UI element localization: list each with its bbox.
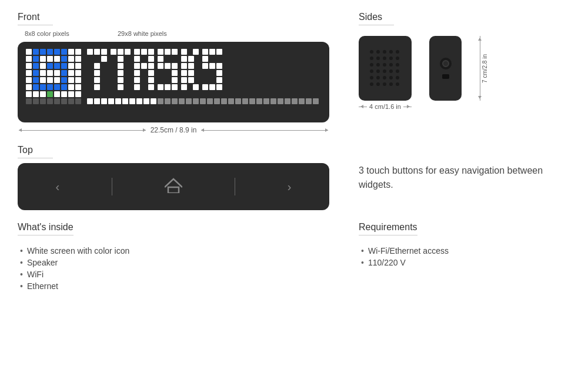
- svg-rect-161: [306, 98, 312, 104]
- svg-rect-61: [61, 98, 67, 104]
- device-front: [18, 42, 329, 122]
- svg-rect-105: [172, 84, 178, 90]
- svg-rect-90: [134, 77, 140, 83]
- sides-section: Sides: [347, 12, 570, 134]
- svg-rect-60: [54, 98, 60, 104]
- svg-rect-95: [165, 49, 171, 55]
- svg-rect-97: [158, 56, 163, 62]
- svg-rect-54: [68, 91, 74, 97]
- inside-item-3: WiFi: [18, 268, 347, 280]
- sides-title: Sides: [359, 12, 394, 25]
- svg-rect-113: [188, 70, 194, 76]
- svg-rect-142: [172, 98, 178, 104]
- svg-rect-128: [209, 84, 215, 90]
- svg-rect-132: [101, 98, 107, 104]
- sides-devices: 4 cm/1.6 in: [359, 36, 570, 110]
- svg-rect-57: [33, 98, 39, 104]
- white-pixels-label: 29x8 white pixels: [118, 30, 167, 37]
- width-label: 22.5cm / 8.9 in: [146, 126, 202, 134]
- svg-rect-141: [165, 98, 171, 104]
- svg-rect-1: [33, 49, 39, 55]
- svg-rect-84: [148, 56, 154, 62]
- svg-rect-136: [129, 98, 135, 104]
- svg-rect-114: [181, 77, 187, 83]
- svg-rect-122: [202, 63, 208, 69]
- svg-rect-65: [94, 49, 100, 55]
- svg-rect-83: [134, 56, 140, 62]
- svg-rect-3: [47, 49, 53, 55]
- color-pixels-label: 8x8 color pixels: [25, 30, 69, 37]
- svg-rect-102: [172, 77, 178, 83]
- svg-rect-46: [68, 84, 74, 90]
- svg-rect-146: [200, 98, 206, 104]
- svg-rect-75: [118, 56, 123, 62]
- svg-rect-49: [33, 91, 39, 97]
- svg-rect-74: [125, 49, 131, 55]
- svg-rect-62: [68, 98, 74, 104]
- svg-rect-82: [148, 49, 154, 55]
- svg-rect-76: [118, 63, 123, 69]
- svg-rect-38: [68, 77, 74, 83]
- svg-rect-13: [61, 56, 67, 62]
- svg-rect-47: [75, 84, 81, 90]
- svg-rect-129: [216, 84, 222, 90]
- svg-rect-39: [75, 77, 81, 83]
- svg-rect-150: [228, 98, 234, 104]
- inside-list: White screen with color icon Speaker WiF…: [18, 245, 347, 292]
- svg-rect-64: [87, 49, 93, 55]
- svg-rect-125: [216, 70, 222, 76]
- svg-rect-104: [165, 84, 171, 90]
- device-top: ‹ ›: [18, 163, 329, 210]
- svg-rect-137: [136, 98, 142, 104]
- svg-rect-50: [40, 91, 46, 97]
- svg-rect-8: [26, 56, 32, 62]
- usb-port-icon: [442, 74, 449, 79]
- width-dimension: 22.5cm / 8.9 in: [18, 126, 329, 134]
- svg-rect-154: [256, 98, 262, 104]
- touch-description-text: 3 touch buttons for easy navigation betw…: [359, 164, 570, 192]
- svg-rect-124: [216, 63, 222, 69]
- svg-rect-26: [40, 70, 46, 76]
- svg-rect-34: [40, 77, 46, 83]
- svg-rect-100: [172, 63, 178, 69]
- svg-rect-67: [101, 56, 107, 62]
- svg-rect-24: [26, 70, 32, 76]
- svg-rect-91: [148, 77, 154, 83]
- left-chevron-icon: ‹: [55, 180, 59, 194]
- svg-rect-51: [47, 91, 53, 97]
- svg-rect-43: [47, 84, 53, 90]
- svg-rect-98: [158, 63, 163, 69]
- svg-rect-110: [181, 63, 187, 69]
- front-title: Front: [18, 12, 53, 25]
- sides-height-label: 7 cm/2.8 in: [482, 54, 488, 83]
- height-arrow: 7 cm/2.8 in: [480, 36, 488, 101]
- svg-rect-2: [40, 49, 46, 55]
- svg-rect-0: [26, 49, 32, 55]
- svg-rect-4: [54, 49, 60, 55]
- svg-rect-25: [33, 70, 39, 76]
- svg-rect-139: [151, 98, 156, 104]
- svg-rect-69: [94, 70, 100, 76]
- svg-rect-93: [148, 84, 154, 90]
- svg-rect-5: [61, 49, 67, 55]
- svg-rect-55: [75, 91, 81, 97]
- svg-rect-101: [172, 70, 178, 76]
- svg-rect-11: [47, 56, 53, 62]
- inside-title: What's inside: [18, 222, 74, 235]
- svg-rect-119: [209, 49, 215, 55]
- svg-rect-30: [68, 70, 74, 76]
- svg-rect-7: [75, 49, 81, 55]
- pixel-display-svg: [26, 49, 321, 114]
- svg-rect-143: [179, 98, 185, 104]
- svg-rect-77: [118, 70, 123, 76]
- svg-rect-130: [87, 98, 93, 104]
- home-icon: [165, 178, 182, 196]
- svg-rect-145: [193, 98, 199, 104]
- side-front-box: [359, 36, 412, 101]
- svg-rect-85: [134, 63, 140, 69]
- svg-rect-133: [108, 98, 114, 104]
- svg-rect-135: [122, 98, 128, 104]
- svg-rect-149: [221, 98, 227, 104]
- svg-rect-118: [202, 49, 208, 55]
- svg-rect-89: [148, 70, 154, 76]
